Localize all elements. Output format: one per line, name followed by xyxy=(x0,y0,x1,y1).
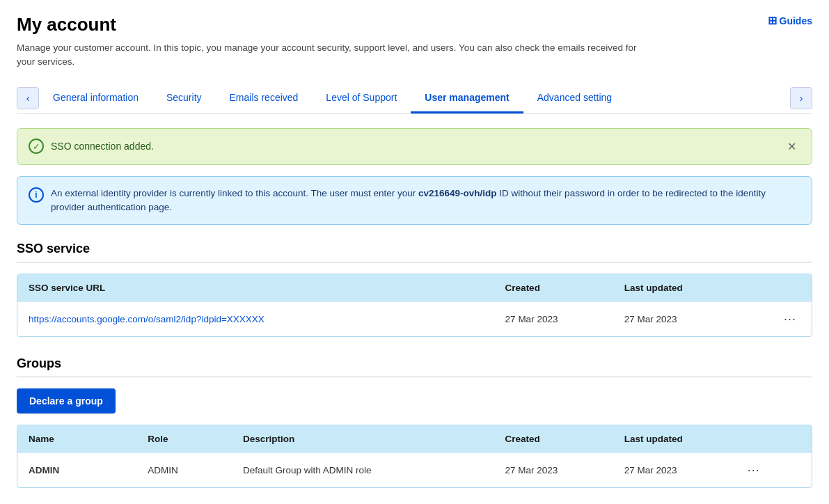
sso-col-created-header: Created xyxy=(494,274,613,302)
tab-next-button[interactable]: › xyxy=(790,87,812,109)
sso-section-title: SSO service xyxy=(17,242,812,256)
alert-success-text: SSO connection added. xyxy=(51,141,154,152)
sso-col-url-header: SSO service URL xyxy=(17,274,494,302)
groups-col-role-header: Role xyxy=(136,425,232,453)
tab-user-management[interactable]: User management xyxy=(411,84,523,113)
group-role-cell: ADMIN xyxy=(136,453,232,488)
groups-col-created-header: Created xyxy=(494,425,613,453)
header-section: My account Manage your customer account.… xyxy=(17,14,812,70)
alert-info-text: An external identity provider is current… xyxy=(51,187,800,215)
page-description: Manage your customer account. In this to… xyxy=(17,41,643,70)
tab-emails-received[interactable]: Emails received xyxy=(216,84,313,113)
sso-table-container: SSO service URL Created Last updated htt… xyxy=(17,274,812,337)
groups-table: Name Role Description Created Last updat… xyxy=(17,425,812,487)
sso-section-divider xyxy=(17,262,812,262)
sso-url-cell: https://accounts.google.com/o/saml2/idp?… xyxy=(17,302,494,337)
tab-advanced-setting[interactable]: Advanced setting xyxy=(523,84,626,113)
groups-col-name-header: Name xyxy=(17,425,136,453)
tabs-list: General information Security Emails rece… xyxy=(39,84,790,113)
tab-general-information[interactable]: General information xyxy=(39,84,152,113)
sso-created-cell: 27 Mar 2023 xyxy=(494,302,613,337)
group-name-cell: ADMIN xyxy=(17,453,136,488)
group-name-value: ADMIN xyxy=(29,465,59,475)
group-row-actions-button[interactable]: ··· xyxy=(743,462,764,479)
sso-col-updated-header: Last updated xyxy=(613,274,732,302)
table-row: ADMIN ADMIN Default Group with ADMIN rol… xyxy=(17,453,812,488)
sso-actions-cell: ··· xyxy=(732,302,812,337)
sso-col-actions-header xyxy=(732,274,812,302)
chevron-right-icon: › xyxy=(800,93,803,104)
group-created-cell: 27 Mar 2023 xyxy=(494,453,613,488)
alert-success-content: ✓ SSO connection added. xyxy=(29,139,154,154)
chevron-left-icon: ‹ xyxy=(26,93,30,104)
declare-group-button[interactable]: Declare a group xyxy=(17,388,116,414)
alert-info-bold-id: cv216649-ovh/idp xyxy=(418,188,497,198)
sso-service-section: SSO service SSO service URL Created Last… xyxy=(17,242,812,337)
groups-col-actions-header xyxy=(732,425,812,453)
groups-col-updated-header: Last updated xyxy=(613,425,732,453)
group-updated-cell: 27 Mar 2023 xyxy=(613,453,732,488)
page-title: My account xyxy=(17,14,812,36)
tabs-container: ‹ General information Security Emails re… xyxy=(17,84,812,114)
sso-url-link[interactable]: https://accounts.google.com/o/saml2/idp?… xyxy=(29,314,265,324)
guides-icon: ⊞ xyxy=(768,14,777,27)
sso-table-header-row: SSO service URL Created Last updated xyxy=(17,274,812,302)
groups-section: Groups Declare a group Name Role Descrip… xyxy=(17,356,812,488)
info-icon: i xyxy=(29,187,44,203)
groups-table-header-row: Name Role Description Created Last updat… xyxy=(17,425,812,453)
alert-info-text-before: An external identity provider is current… xyxy=(51,188,418,198)
sso-info-alert: i An external identity provider is curre… xyxy=(17,176,812,226)
sso-success-alert: ✓ SSO connection added. ✕ xyxy=(17,128,812,165)
alert-close-button[interactable]: ✕ xyxy=(783,139,800,155)
sso-updated-cell: 27 Mar 2023 xyxy=(613,302,732,337)
groups-col-desc-header: Description xyxy=(232,425,494,453)
success-check-icon: ✓ xyxy=(29,139,44,154)
table-row: https://accounts.google.com/o/saml2/idp?… xyxy=(17,302,812,337)
groups-section-divider xyxy=(17,377,812,377)
tab-prev-button[interactable]: ‹ xyxy=(17,87,39,109)
tab-level-of-support[interactable]: Level of Support xyxy=(312,84,411,113)
sso-row-actions-button[interactable]: ··· xyxy=(780,310,800,328)
group-actions-cell: ··· xyxy=(732,453,812,488)
tab-security[interactable]: Security xyxy=(152,84,216,113)
guides-label: Guides xyxy=(780,15,812,26)
groups-section-title: Groups xyxy=(17,356,812,371)
guides-link[interactable]: ⊞ Guides xyxy=(768,14,812,27)
groups-table-container: Name Role Description Created Last updat… xyxy=(17,425,812,488)
sso-table: SSO service URL Created Last updated htt… xyxy=(17,274,812,336)
group-desc-cell: Default Group with ADMIN role xyxy=(232,453,494,488)
